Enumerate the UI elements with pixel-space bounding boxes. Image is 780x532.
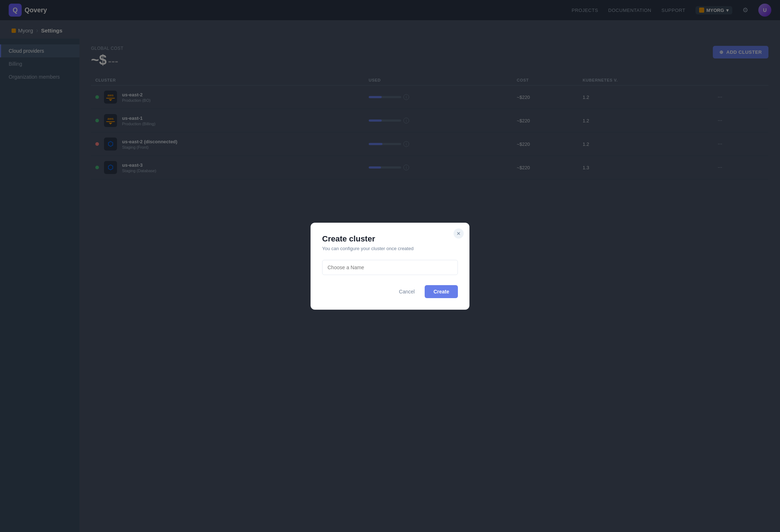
cancel-button[interactable]: Cancel [393,285,421,298]
cluster-name-input[interactable] [322,260,458,275]
modal-overlay[interactable]: ✕ Create cluster You can configure your … [0,0,780,532]
create-button[interactable]: Create [425,285,458,298]
modal-close-button[interactable]: ✕ [454,228,464,239]
modal-actions: Cancel Create [322,285,458,298]
create-cluster-modal: ✕ Create cluster You can configure your … [311,223,469,310]
modal-title: Create cluster [322,234,458,244]
modal-subtitle: You can configure your cluster once crea… [322,246,458,251]
